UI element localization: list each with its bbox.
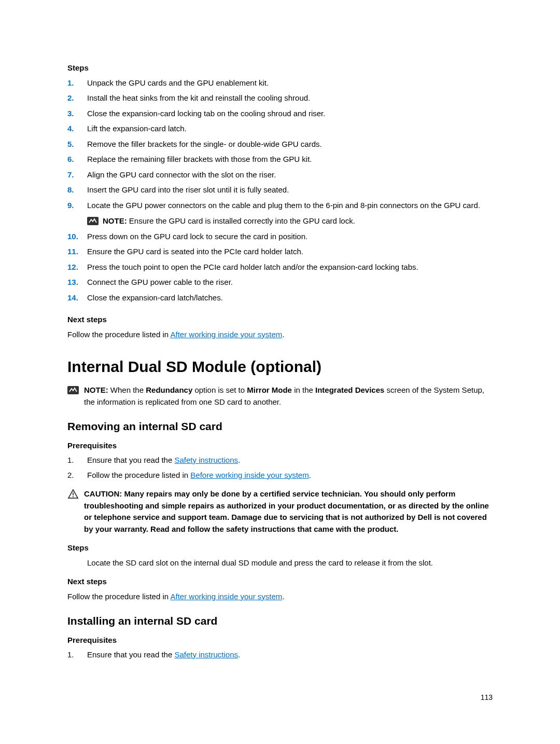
step-item: Remove the filler brackets for the singl… [67, 139, 493, 150]
step-item: Align the GPU card connector with the sl… [67, 169, 493, 181]
step-text: Connect the GPU power cable to the riser… [87, 278, 233, 286]
step-note: NOTE: Ensure the GPU card is installed c… [87, 215, 493, 227]
step-text: Replace the remaining filler brackets wi… [87, 155, 312, 163]
step-text: Align the GPU card connector with the sl… [87, 170, 276, 179]
step-item: Close the expansion-card locking tab on … [67, 108, 493, 120]
text: Ensure that you read the [87, 456, 174, 464]
note-label: NOTE: [103, 216, 129, 225]
text-bold: Redundancy [146, 385, 192, 394]
next-steps-heading: Next steps [67, 314, 493, 326]
text: . [282, 592, 284, 601]
prereq-item: 1. Ensure that you read the Safety instr… [67, 454, 493, 466]
caution-block: CAUTION: Many repairs may only be done b… [67, 488, 493, 535]
text: Ensure that you read the [87, 650, 174, 659]
text: . [238, 456, 240, 464]
safety-instructions-link-2[interactable]: Safety instructions [174, 650, 238, 659]
step-item: Close the expansion-card latch/latches. [67, 292, 493, 304]
step-text: Unpack the GPU cards and the GPU enablem… [87, 78, 269, 87]
text: option is set to [192, 385, 247, 394]
step-item: Connect the GPU power cable to the riser… [67, 277, 493, 288]
caution-text: CAUTION: Many repairs may only be done b… [84, 488, 493, 535]
removing-sd-heading: Removing an internal SD card [67, 418, 493, 435]
step-item: Locate the GPU power connectors on the c… [67, 200, 493, 227]
step-item: Replace the remaining filler brackets wi… [67, 154, 493, 166]
step-item: Unpack the GPU cards and the GPU enablem… [67, 77, 493, 89]
installing-sd-heading: Installing an internal SD card [67, 613, 493, 629]
step-text: Close the expansion-card locking tab on … [87, 109, 325, 118]
step-text: Close the expansion-card latch/latches. [87, 293, 223, 302]
note-content: NOTE: Ensure the GPU card is installed c… [103, 215, 355, 227]
step-text: Ensure the GPU card is seated into the P… [87, 247, 303, 256]
steps-heading-2: Steps [67, 542, 493, 554]
step-item: Ensure the GPU card is seated into the P… [67, 246, 493, 258]
note-label: NOTE: [84, 385, 110, 394]
text: When the [110, 385, 146, 394]
prereq-item: 2. Follow the procedure listed in Before… [67, 470, 493, 481]
note-text: Ensure the GPU card is installed correct… [129, 216, 355, 225]
step-item: Insert the GPU card into the riser slot … [67, 184, 493, 196]
svg-point-3 [73, 496, 74, 497]
next-steps-para: Follow the procedure listed in After wor… [67, 329, 493, 341]
step-text: Press down on the GPU card lock to secur… [87, 232, 307, 241]
prereq-list: 1. Ensure that you read the Safety instr… [67, 454, 493, 481]
step-text: Install the heat sinks from the kit and … [87, 93, 310, 102]
text: Follow the procedure listed in [67, 592, 170, 601]
prereq-num: 1. [67, 454, 74, 466]
text: . [282, 330, 284, 339]
step-item: Install the heat sinks from the kit and … [67, 92, 493, 104]
before-working-link[interactable]: Before working inside your system [190, 471, 309, 479]
caution-icon [67, 489, 79, 499]
step-item: Press the touch point to open the PCIe c… [67, 261, 493, 273]
prerequisites-heading: Prerequisites [67, 440, 493, 452]
text-bold: Integrated Devices [315, 385, 384, 394]
note-icon [87, 216, 99, 226]
step-text: Lift the expansion-card latch. [87, 124, 187, 133]
prereq-num: 2. [67, 470, 74, 481]
steps-list: Unpack the GPU cards and the GPU enablem… [67, 77, 493, 304]
step-item: Press down on the GPU card lock to secur… [67, 231, 493, 243]
step-text: Locate the GPU power connectors on the c… [87, 201, 480, 210]
step-text: Insert the GPU card into the riser slot … [87, 185, 289, 194]
idsdm-note: NOTE: When the Redundancy option is set … [67, 384, 493, 408]
after-working-link-2[interactable]: After working inside your system [170, 592, 282, 601]
next-steps-para-2: Follow the procedure listed in After wor… [67, 591, 493, 603]
text-bold: Mirror Mode [247, 385, 292, 394]
note-content: NOTE: When the Redundancy option is set … [84, 384, 493, 408]
note-icon [67, 385, 79, 395]
text: . [309, 471, 311, 479]
text: . [238, 650, 240, 659]
step-item: Lift the expansion-card latch. [67, 123, 493, 135]
safety-instructions-link[interactable]: Safety instructions [174, 456, 238, 464]
page-number: 113 [67, 692, 493, 703]
next-steps-heading-2: Next steps [67, 576, 493, 588]
text: Follow the procedure listed in [67, 330, 170, 339]
steps-heading: Steps [67, 62, 493, 74]
prereq-list-2: 1. Ensure that you read the Safety instr… [67, 649, 493, 661]
step-text: Press the touch point to open the PCIe c… [87, 263, 418, 271]
after-working-link[interactable]: After working inside your system [170, 330, 282, 339]
prerequisites-heading-2: Prerequisites [67, 635, 493, 646]
prereq-num: 1. [67, 649, 74, 661]
text: Follow the procedure listed in [87, 471, 190, 479]
section-heading-idsdm: Internal Dual SD Module (optional) [67, 355, 493, 378]
step-text: Remove the filler brackets for the singl… [87, 140, 322, 148]
step-single: Locate the SD card slot on the internal … [67, 557, 493, 569]
text: in the [292, 385, 315, 394]
prereq-item: 1. Ensure that you read the Safety instr… [67, 649, 493, 661]
